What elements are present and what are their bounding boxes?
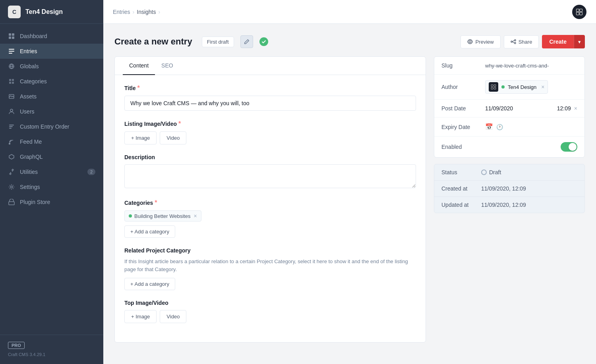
tab-seo[interactable]: SEO: [155, 57, 180, 75]
breadcrumb-sep-2: ›: [159, 9, 161, 15]
svg-rect-29: [491, 87, 493, 89]
remove-category-button[interactable]: ×: [194, 213, 197, 219]
top-add-image-button[interactable]: + Image: [124, 310, 157, 323]
sidebar-item-label: Feed Me: [20, 139, 42, 145]
sidebar-item-graphql[interactable]: GraphQL: [0, 149, 103, 164]
edit-status-button[interactable]: [240, 35, 253, 48]
post-time-value: 12:09: [557, 105, 571, 112]
breadcrumb-sep-1: ›: [133, 9, 135, 15]
sidebar-item-custom-entry-order[interactable]: Custom Entry Order: [0, 119, 103, 134]
expiry-date-label: Expiry Date: [441, 124, 485, 130]
title-label: Title *: [124, 85, 416, 92]
add-category-button[interactable]: + Add a category: [124, 225, 175, 238]
author-name: Ten4 Design: [508, 84, 536, 90]
preview-button[interactable]: Preview: [461, 35, 500, 48]
enabled-toggle[interactable]: [561, 142, 577, 152]
globals-icon: [8, 63, 15, 70]
sidebar-item-plugin-store[interactable]: Plugin Store: [0, 195, 103, 210]
field-group-top-media: Top Image/Video + Image Video: [124, 300, 416, 323]
utilities-badge: 2: [87, 169, 95, 175]
sidebar-item-categories[interactable]: Categories: [0, 74, 103, 89]
top-add-video-button[interactable]: Video: [160, 310, 186, 323]
utilities-icon: [8, 168, 15, 175]
settings-icon: [8, 183, 15, 191]
sidebar-item-utilities[interactable]: Utilities 2: [0, 164, 103, 179]
sidebar-header: C Ten4 Design: [0, 0, 103, 24]
updated-at-row: Updated at 11/09/2020, 12:09: [434, 197, 584, 213]
svg-rect-5: [9, 51, 14, 52]
sidebar-item-label: Plugin Store: [20, 199, 50, 205]
sidebar-item-entries[interactable]: Entries: [0, 44, 103, 59]
expiry-date-row: Expiry Date 📅 🕐: [434, 117, 584, 137]
categories-icon: [8, 78, 15, 85]
create-button[interactable]: Create: [542, 35, 574, 48]
svg-point-23: [469, 40, 471, 42]
sidebar-item-label: Utilities: [20, 169, 38, 175]
sidebar-item-globals[interactable]: Globals: [0, 59, 103, 74]
top-media-buttons: + Image Video: [124, 310, 416, 323]
category-tag: Building Better Websites ×: [124, 210, 201, 221]
clock-icon[interactable]: 🕐: [496, 124, 503, 130]
add-related-category-button[interactable]: + Add a category: [124, 278, 175, 290]
field-group-title: Title *: [124, 85, 416, 111]
description-input[interactable]: [124, 164, 416, 188]
sidebar-item-label: Settings: [20, 184, 40, 190]
app-logo: C: [8, 6, 21, 18]
tabs: Content SEO: [115, 57, 426, 75]
post-date-label: Post Date: [441, 105, 485, 112]
author-chip: Ten4 Design ×: [485, 80, 548, 94]
breadcrumb: Entries › Insights ›: [113, 9, 160, 15]
create-dropdown-button[interactable]: ▾: [574, 35, 585, 48]
status-field-label: Status: [441, 169, 481, 175]
svg-rect-27: [491, 85, 493, 87]
graphql-icon: [8, 153, 15, 160]
svg-rect-1: [12, 33, 14, 36]
confirm-status-button[interactable]: [259, 37, 268, 46]
form-main: Content SEO Title * L: [114, 56, 426, 343]
sidebar-item-label: Assets: [20, 93, 37, 100]
custom-entry-order-icon: [8, 123, 15, 130]
sidebar-item-settings[interactable]: Settings: [0, 179, 103, 195]
enabled-label: Enabled: [441, 144, 485, 150]
status-pill: First draft: [202, 37, 234, 47]
updated-at-value: 11/09/2020, 12:09: [481, 202, 526, 208]
add-video-button[interactable]: Video: [160, 131, 186, 144]
plugin-store-icon: [8, 198, 15, 206]
svg-rect-28: [494, 85, 496, 87]
add-image-button[interactable]: + Image: [124, 131, 157, 144]
author-row: Author Ten4 Design ×: [434, 75, 584, 100]
svg-point-9: [10, 109, 13, 112]
sidebar-item-assets[interactable]: Assets: [0, 89, 103, 104]
slug-value: why-we-love-craft-cms-and-: [485, 63, 577, 69]
field-group-related-project: Related Project Category If this Insight…: [124, 247, 416, 290]
sidebar-item-label: Users: [20, 108, 35, 115]
share-button[interactable]: Share: [504, 35, 539, 48]
required-indicator: *: [155, 199, 157, 206]
breadcrumb-entries[interactable]: Entries: [113, 9, 130, 15]
sidebar-item-users[interactable]: Users: [0, 104, 103, 119]
tab-content[interactable]: Content: [123, 57, 155, 75]
created-at-label: Created at: [441, 185, 481, 192]
related-project-label: Related Project Category: [124, 247, 416, 254]
enabled-row: Enabled: [434, 137, 584, 157]
remove-author-button[interactable]: ×: [541, 84, 544, 90]
svg-rect-18: [9, 202, 14, 205]
main-area: Entries › Insights › Create a new entry …: [103, 0, 596, 364]
field-group-listing-media: Listing Image/Video * + Image Video: [124, 120, 416, 144]
calendar-icon[interactable]: 📅: [485, 123, 493, 131]
title-input[interactable]: [124, 96, 416, 111]
required-indicator: *: [178, 120, 181, 127]
remove-post-date-button[interactable]: ×: [574, 105, 577, 112]
user-avatar[interactable]: [572, 5, 586, 19]
form-wrapper: Content SEO Title * L: [114, 56, 585, 343]
svg-rect-2: [9, 37, 11, 39]
created-at-value: 11/09/2020, 12:09: [481, 185, 526, 192]
status-field-value: Draft: [489, 169, 501, 175]
svg-rect-30: [494, 87, 496, 89]
sidebar-item-feed-me[interactable]: Feed Me: [0, 134, 103, 149]
sidebar-item-label: Custom Entry Order: [20, 123, 69, 130]
sidebar-item-dashboard[interactable]: Dashboard: [0, 29, 103, 44]
users-icon: [8, 108, 15, 115]
status-row: Status Draft: [434, 164, 584, 181]
content-area: Create a new entry First draft Preview S…: [103, 24, 596, 364]
